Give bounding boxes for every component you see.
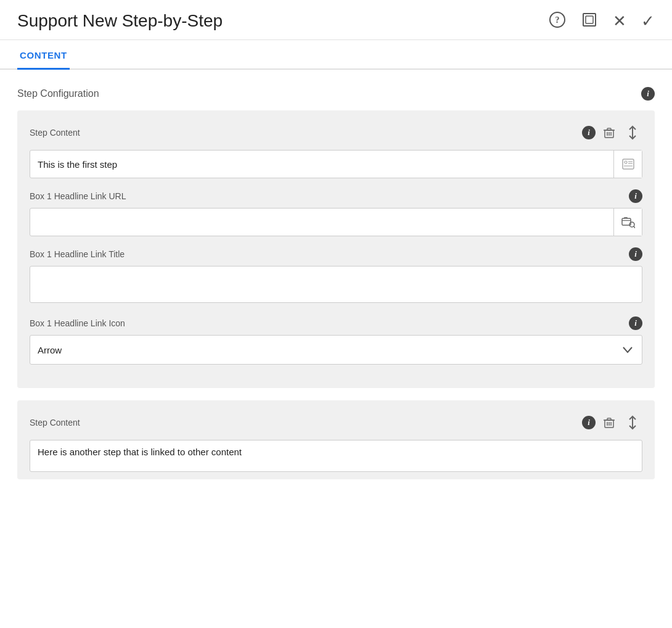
box1-icon-select-value[interactable]: Arrow [30,337,613,363]
box1-url-label: Box 1 Headline Link URL [30,191,126,201]
box1-title-label: Box 1 Headline Link Title [30,249,125,259]
step1-content-field: Step Content i [30,123,642,178]
box1-url-browse-icon[interactable] [613,209,642,236]
svg-rect-2 [583,14,596,26]
step2-actions: i [582,413,642,432]
section-header: Step Configuration i [17,87,655,101]
step2-content-input-wrapper: Here is another step that is linked to o… [30,440,642,472]
step1-content-input[interactable] [30,153,613,176]
box1-url-label-row: Box 1 Headline Link URL i [30,189,642,203]
box1-title-input[interactable] [30,266,642,303]
svg-rect-3 [586,16,593,23]
step1-info-icon[interactable]: i [582,126,596,139]
section-title: Step Configuration [17,88,99,99]
confirm-icon[interactable]: ✓ [641,13,655,29]
svg-rect-6 [607,128,611,130]
step1-content-header: Step Content i [30,123,642,143]
box1-title-label-row: Box 1 Headline Link Title i [30,247,642,261]
svg-point-12 [625,161,627,163]
svg-text:?: ? [555,15,560,25]
step2-info-icon[interactable]: i [582,416,596,429]
step1-move-icon[interactable] [623,123,642,143]
box1-url-info-icon[interactable]: i [629,189,642,203]
box1-title-field: Box 1 Headline Link Title i [30,247,642,305]
tab-content[interactable]: CONTENT [17,40,70,70]
header-actions: ? ✕ ✓ [549,11,655,31]
tab-bar: CONTENT [0,40,672,70]
svg-line-18 [634,226,635,228]
step1-content-card-icon[interactable] [613,151,642,178]
svg-rect-11 [623,159,634,169]
step2-card: Step Content i [17,400,655,479]
box1-icon-field: Box 1 Headline Link Icon i Arrow [30,316,642,365]
box1-icon-label-row: Box 1 Headline Link Icon i [30,316,642,330]
box1-icon-chevron-down-icon[interactable] [613,336,642,364]
step2-content-label: Step Content [30,418,80,428]
close-icon[interactable]: ✕ [613,13,626,29]
help-icon[interactable]: ? [549,11,566,31]
step1-actions: i [582,123,642,143]
box1-title-info-icon[interactable]: i [629,247,642,261]
step1-delete-icon[interactable] [600,124,618,141]
step1-content-label: Step Content [30,128,80,138]
box1-icon-label: Box 1 Headline Link Icon [30,318,125,328]
step2-content-header: Step Content i [30,413,642,432]
step2-content-input[interactable]: Here is another step that is linked to o… [30,440,642,471]
box1-url-input[interactable] [30,209,613,236]
expand-icon[interactable] [581,11,598,31]
box1-icon-info-icon[interactable]: i [629,316,642,330]
dialog-header: Support New Step-by-Step ? ✕ ✓ [0,0,672,40]
step1-card: Step Content i [17,110,655,388]
step2-move-icon[interactable] [623,413,642,432]
box1-url-field: Box 1 Headline Link URL i [30,189,642,236]
svg-rect-21 [607,418,611,420]
box1-url-input-wrapper [30,208,642,236]
step2-delete-icon[interactable] [600,414,618,431]
section-info-icon[interactable]: i [641,87,655,101]
dialog-title: Support New Step-by-Step [17,11,549,31]
box1-icon-select-wrapper[interactable]: Arrow [30,335,642,365]
main-content: Step Configuration i Step Content i [0,70,672,479]
step1-content-input-wrapper [30,150,642,178]
